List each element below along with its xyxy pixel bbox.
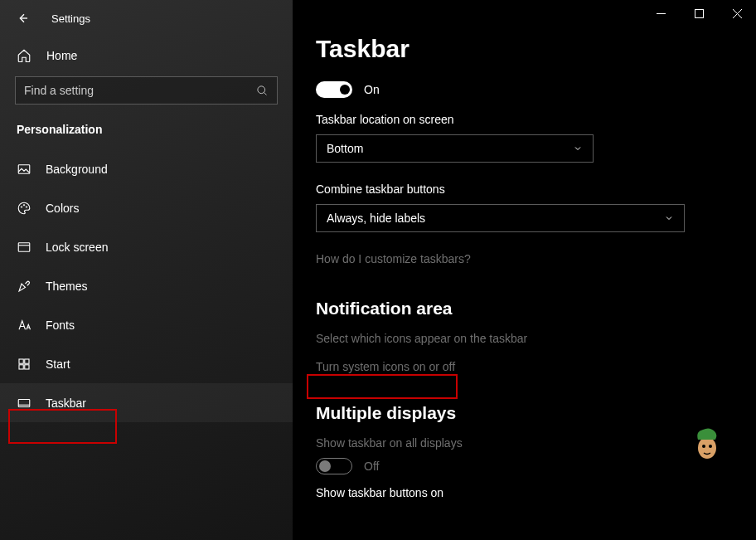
minimize-button[interactable]: [642, 0, 680, 27]
svg-rect-7: [25, 359, 29, 363]
svg-rect-9: [25, 364, 29, 368]
sidebar-item-label: Background: [46, 163, 108, 176]
svg-point-14: [709, 445, 712, 448]
sidebar: Settings Home Personalization Background…: [0, 0, 293, 540]
sidebar-item-themes[interactable]: Themes: [0, 266, 293, 305]
sidebar-list: Background Colors Lock screen Themes Fon…: [0, 149, 293, 422]
close-button[interactable]: [718, 0, 756, 27]
svg-rect-10: [18, 399, 30, 406]
search-icon: [256, 85, 269, 97]
sidebar-item-background[interactable]: Background: [0, 149, 293, 188]
svg-rect-8: [19, 364, 23, 368]
back-button[interactable]: [10, 6, 35, 31]
select-location[interactable]: Bottom: [316, 134, 594, 163]
start-icon: [17, 357, 32, 372]
sidebar-item-lock-screen[interactable]: Lock screen: [0, 227, 293, 266]
themes-icon: [17, 279, 32, 294]
svg-rect-1: [18, 164, 30, 173]
window-controls: [642, 0, 756, 27]
toggle-multi-display[interactable]: [316, 458, 352, 474]
sidebar-item-label: Fonts: [46, 319, 75, 332]
field-label-multi: Show taskbar on all displays: [316, 436, 729, 450]
page-title: Taskbar: [316, 35, 729, 63]
search-input[interactable]: [24, 84, 256, 97]
toggle-lock-taskbar[interactable]: [316, 81, 352, 98]
link-select-icons[interactable]: Select which icons appear on the taskbar: [316, 332, 729, 345]
sidebar-item-taskbar[interactable]: Taskbar: [0, 383, 293, 422]
toggle-label: On: [364, 83, 380, 96]
taskbar-icon: [17, 396, 32, 411]
maximize-button[interactable]: [680, 0, 718, 27]
svg-rect-11: [695, 9, 703, 17]
sidebar-home[interactable]: Home: [0, 40, 293, 71]
svg-point-4: [26, 206, 27, 207]
sidebar-item-label: Taskbar: [46, 396, 86, 410]
sidebar-item-label: Colors: [46, 202, 79, 215]
close-icon: [733, 9, 742, 18]
select-value: Always, hide labels: [327, 212, 425, 225]
link-system-icons[interactable]: Turn system icons on or off: [316, 360, 729, 373]
sidebar-item-fonts[interactable]: Fonts: [0, 305, 293, 344]
field-label-location: Taskbar location on screen: [316, 113, 729, 126]
svg-point-2: [21, 206, 22, 207]
select-combine[interactable]: Always, hide labels: [316, 204, 685, 232]
home-label: Home: [46, 49, 77, 62]
fonts-icon: [17, 318, 32, 333]
field-label-multi-buttons: Show taskbar buttons on: [316, 486, 729, 499]
mascot-icon: [693, 425, 721, 460]
svg-point-3: [23, 204, 25, 206]
maximize-icon: [695, 9, 704, 18]
section-notification: Notification area: [316, 299, 729, 319]
minimize-icon: [657, 9, 666, 18]
palette-icon: [17, 201, 32, 216]
home-icon: [17, 48, 32, 63]
picture-icon: [17, 162, 32, 177]
sidebar-item-label: Lock screen: [46, 241, 108, 254]
chevron-down-icon: [573, 144, 583, 153]
app-title: Settings: [51, 12, 90, 25]
section-multiple-displays: Multiple displays: [316, 403, 729, 423]
arrow-left-icon: [16, 12, 29, 25]
main-panel: Taskbar On Taskbar location on screen Bo…: [293, 0, 756, 540]
svg-rect-5: [18, 242, 30, 251]
select-value: Bottom: [327, 142, 363, 155]
sidebar-item-start[interactable]: Start: [0, 344, 293, 383]
chevron-down-icon: [664, 213, 674, 223]
lock-screen-icon: [17, 240, 32, 255]
sidebar-item-label: Start: [46, 358, 70, 371]
sidebar-item-label: Themes: [46, 280, 88, 293]
sidebar-item-colors[interactable]: Colors: [0, 188, 293, 227]
field-label-combine: Combine taskbar buttons: [316, 182, 729, 196]
help-link[interactable]: How do I customize taskbars?: [316, 252, 729, 265]
svg-point-0: [258, 85, 265, 93]
svg-point-13: [702, 445, 705, 448]
search-box[interactable]: [15, 76, 278, 105]
svg-point-12: [698, 437, 716, 459]
toggle-label: Off: [364, 460, 379, 473]
sidebar-category: Personalization: [0, 105, 293, 141]
svg-rect-6: [19, 359, 23, 363]
